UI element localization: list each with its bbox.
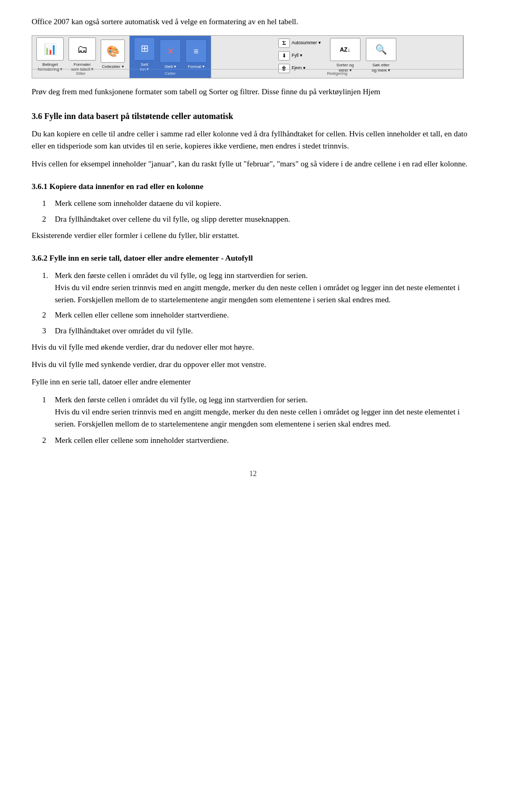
fyll-button[interactable]: ⬇ Fyll ▾ bbox=[276, 50, 305, 62]
betinget-icon: 📊 bbox=[36, 37, 64, 61]
autosummer-icon: Σ bbox=[278, 38, 290, 48]
sett-inn-icon: ⊞ bbox=[134, 37, 155, 61]
step-number: 3 bbox=[42, 325, 55, 337]
format-button[interactable]: ≡ Format ▾ bbox=[184, 39, 208, 70]
step-number: 1. bbox=[42, 270, 55, 306]
toolbar-group-celler: ⊞ Settinn ▾ ✕ Slett ▾ ≡ Format ▾ Celler bbox=[130, 36, 211, 78]
section-361-note: Eksisterende verdier eller formler i cel… bbox=[32, 230, 474, 242]
section-36-para1: Du kan kopiere en celle til andre celler… bbox=[32, 128, 474, 153]
list-item: 1 Merk cellene som inneholder dataene du… bbox=[42, 197, 474, 210]
list-item: 2 Merk cellen eller cellene som innehold… bbox=[42, 434, 474, 447]
intro-paragraph: Office 2007 kan også sortere automatisk … bbox=[32, 16, 474, 28]
list-item: 2 Dra fyllhåndtaket over cellene du vil … bbox=[42, 213, 474, 225]
celler-group-label: Celler bbox=[130, 69, 211, 77]
redigering-group-label: Redigering bbox=[211, 69, 463, 77]
page-number: 12 bbox=[32, 468, 474, 479]
cellestiler-icon: 🎨 bbox=[101, 39, 125, 63]
step-number: 2 bbox=[42, 434, 55, 447]
betinget-formatering-button[interactable]: 📊 Betingetformatering ▾ bbox=[35, 37, 65, 72]
step-number: 2 bbox=[42, 213, 55, 225]
format-icon: ≡ bbox=[186, 39, 207, 63]
section-362-steps: 1. Merk den første cellen i området du v… bbox=[42, 270, 474, 337]
sok-etter-button[interactable]: 🔍 Søk etterog merk ▾ bbox=[364, 38, 398, 73]
formater-icon: 🗂 bbox=[69, 37, 96, 61]
list-item: 1 Merk den første cellen i området du vi… bbox=[42, 394, 474, 431]
list-item: 2 Merk cellen eller cellene som innehold… bbox=[42, 309, 474, 321]
toolbar-group-stiler: 📊 Betingetformatering ▾ 🗂 Formatersom ta… bbox=[32, 36, 130, 78]
para-increasing-values: Hvis du vil fylle med økende verdier, dr… bbox=[32, 341, 474, 353]
fyll-icon: ⬇ bbox=[278, 51, 290, 61]
formater-som-tabell-button[interactable]: 🗂 Formatersom tabell ▾ bbox=[67, 37, 98, 72]
sett-inn-button[interactable]: ⊞ Settinn ▾ bbox=[132, 37, 157, 72]
slett-button[interactable]: ✕ Slett ▾ bbox=[158, 39, 182, 70]
step-text: Merk cellen eller cellene som inneholder… bbox=[55, 309, 474, 321]
autosummer-button[interactable]: Σ Autosummer ▾ bbox=[276, 37, 323, 49]
section-362-title: 3.6.2 Fylle inn en serie tall, datoer el… bbox=[32, 252, 474, 264]
step-number: 2 bbox=[42, 309, 55, 321]
toolbar-group-redigering: Σ Autosummer ▾ ⬇ Fyll ▾ 🗑 Fjern ▾ AZ↓ So… bbox=[211, 36, 463, 78]
sub-section-title: Fylle inn en serie tall, datoer eller an… bbox=[32, 376, 474, 388]
step-number: 1 bbox=[42, 197, 55, 210]
step-text: Merk cellen eller cellene som inneholder… bbox=[55, 434, 474, 447]
step-text: Merk den første cellen i området du vil … bbox=[55, 395, 308, 404]
step-number: 1 bbox=[42, 394, 55, 431]
sorter-filtrer-button[interactable]: AZ↓ Sorter ogfiltrer ▾ bbox=[328, 38, 362, 73]
section-36-para2: Hvis cellen for eksempel inneholder "jan… bbox=[32, 158, 474, 170]
fyll-label: Fyll ▾ bbox=[291, 53, 303, 58]
step-subtext: Hvis du vil endre serien trinnvis med en… bbox=[55, 408, 460, 428]
list-item: 1. Merk den første cellen i området du v… bbox=[42, 270, 474, 306]
toolbar-image: 📊 Betingetformatering ▾ 🗂 Formatersom ta… bbox=[32, 35, 464, 78]
cellestiler-button[interactable]: 🎨 Cellestiler ▾ bbox=[99, 39, 126, 70]
promo-text: Prøv deg frem med funksjonene formater s… bbox=[32, 86, 474, 98]
step-content: Merk den første cellen i området du vil … bbox=[55, 270, 474, 306]
slett-icon: ✕ bbox=[160, 39, 181, 63]
sok-icon: 🔍 bbox=[366, 38, 396, 61]
stiler-group-label: Stiler bbox=[32, 69, 129, 77]
step-text: Dra fyllhåndtaket over området du vil fy… bbox=[55, 325, 474, 337]
step-text: Merk cellene som inneholder dataene du v… bbox=[55, 197, 474, 210]
para-decreasing-values: Hvis du vil fylle med synkende verdier, … bbox=[32, 359, 474, 371]
step-text: Merk den første cellen i området du vil … bbox=[55, 271, 308, 280]
step-subtext: Hvis du vil endre serien trinnvis med en… bbox=[55, 283, 460, 304]
list-item: 3 Dra fyllhåndtaket over området du vil … bbox=[42, 325, 474, 337]
step-text: Dra fyllhåndtaket over cellene du vil fy… bbox=[55, 213, 474, 225]
step-content: Merk den første cellen i området du vil … bbox=[55, 394, 474, 431]
section-362-title-text: 3.6.2 Fylle inn en serie tall, datoer el… bbox=[32, 254, 225, 262]
autosummer-label: Autosummer ▾ bbox=[291, 40, 321, 45]
section-362-steps2: 1 Merk den første cellen i området du vi… bbox=[42, 394, 474, 447]
section-361-title: 3.6.1 Kopiere data innenfor en rad eller… bbox=[32, 181, 474, 193]
section-362-title-bold: Autofyll bbox=[225, 254, 253, 262]
section-36-title: 3.6 Fylle inn data basert på tilstøtende… bbox=[32, 110, 474, 123]
sorter-icon: AZ↓ bbox=[330, 38, 361, 61]
section-361-steps: 1 Merk cellene som inneholder dataene du… bbox=[42, 197, 474, 225]
